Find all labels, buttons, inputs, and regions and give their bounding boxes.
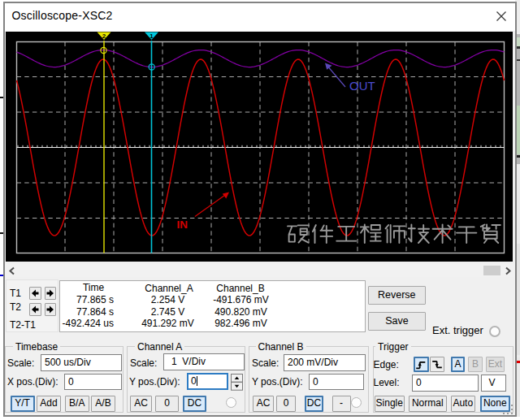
svg-text:OUT: OUT [349,79,375,93]
svg-text:1: 1 [150,32,154,40]
svg-text:2: 2 [102,32,106,40]
svg-text:IN: IN [177,219,188,231]
